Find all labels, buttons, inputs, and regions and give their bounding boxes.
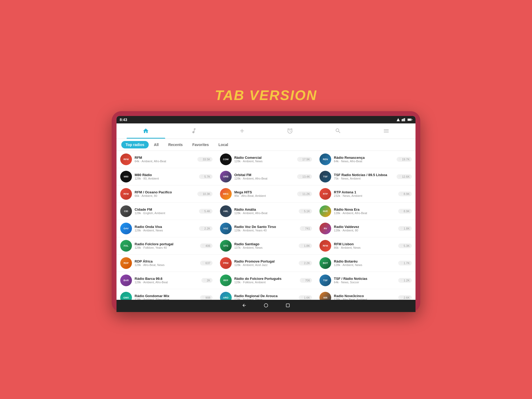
radio-item[interactable]: RFMRFM / Oceano Pacifico66k · Ambient, 8… xyxy=(117,185,216,203)
radio-item[interactable]: STGRadio Santiago137k · Ambient, News♡ 1… xyxy=(216,237,316,255)
radio-item[interactable]: RDPRDP África128k · Afro-Beat, News♡ 637 xyxy=(117,255,216,272)
nav-alarm[interactable] xyxy=(266,123,314,139)
radio-item[interactable]: MEGMega HITS95k · Afro-Beat, Ambient♡ 11… xyxy=(216,185,316,203)
radio-name: Radio Santiago xyxy=(234,242,296,246)
svg-rect-9 xyxy=(286,304,289,307)
tab-local[interactable]: Local xyxy=(214,141,232,148)
nav-add[interactable] xyxy=(218,123,266,139)
radio-item[interactable]: BOTRádio Botaréu128k · Ambient, News♡ 1.… xyxy=(316,255,415,272)
radio-logo: NVE xyxy=(319,205,331,217)
radio-name: RDP África xyxy=(135,259,197,263)
tab-recents[interactable]: Recents xyxy=(164,141,187,148)
svg-rect-6 xyxy=(408,119,411,120)
radio-logo: STG xyxy=(220,240,232,252)
radio-item[interactable]: TSFTSF / Rádio Notícias64k · News, Socce… xyxy=(316,272,415,289)
radio-item[interactable]: AMLRádio Amália128k · Ambient, Afro-Beat… xyxy=(216,203,316,220)
android-home[interactable] xyxy=(263,302,269,308)
radio-item[interactable]: RFMRFM Lisbon86k · Ambient, News♡ 5.3K xyxy=(316,237,415,255)
nav-bar xyxy=(117,123,415,139)
radio-item[interactable]: OAVRadio Onda Viva128k · Ambient, News♡ … xyxy=(117,220,216,237)
radio-likes[interactable]: ♡ 11.2K xyxy=(297,192,312,196)
radio-likes[interactable]: ♡ 2.2K xyxy=(299,261,312,265)
radio-item[interactable]: FOLRadio Folclore portugal128k · Folklor… xyxy=(117,237,216,255)
radio-item[interactable]: GMXRádio Gondomar Mix128k · Ambient, Alt… xyxy=(117,289,216,300)
radio-likes[interactable]: ♡ 1.8K xyxy=(398,226,412,231)
tabs-bar: Top radios All Recents Favorites Local xyxy=(117,139,415,151)
radio-likes[interactable]: ♡ 33.5K xyxy=(197,157,213,162)
radio-item[interactable]: COMRádio Comercial128k · Ambient, News♡ … xyxy=(216,151,316,168)
radio-logo: COM xyxy=(220,153,232,165)
radio-likes[interactable]: ♡ 12.6K xyxy=(397,174,412,179)
radio-likes[interactable]: ♡ 1.6K xyxy=(299,295,312,300)
radio-item[interactable]: M80M80 Rádio128k · 80, Ambient♡ 5.7K xyxy=(117,168,216,185)
radio-logo: FOL xyxy=(120,240,132,252)
nav-menu[interactable] xyxy=(362,123,410,139)
radio-desc: 64k · Ambient, Afro-Beat xyxy=(135,160,195,163)
android-recents[interactable] xyxy=(285,302,291,308)
radio-logo: AML xyxy=(220,205,232,217)
radio-name: Radio Promove Portugal xyxy=(234,259,296,263)
radio-name: Rádio Barca 99.6 xyxy=(135,277,199,281)
radio-likes[interactable]: ♡ 2.2K xyxy=(199,226,213,231)
radio-item[interactable]: RVRadio Valdevez128k · Ambient, 80♡ 1.8K xyxy=(316,220,415,237)
tab-all[interactable]: All xyxy=(150,141,163,148)
nav-music[interactable] xyxy=(170,123,218,139)
radio-logo: TSF xyxy=(319,275,331,286)
radio-item[interactable]: RFPRádio do Folciore Português128k · Fol… xyxy=(216,272,316,289)
radio-likes[interactable]: ♡ 17.9K xyxy=(297,157,312,162)
radio-item[interactable]: RTPRTP Antena 1232k · News, Ambient♡ 8.9… xyxy=(316,185,415,203)
radio-likes[interactable]: ♡ 5.1K xyxy=(299,209,312,214)
radio-item[interactable]: ARORadio Regional De Arouca128k · Ambien… xyxy=(216,289,316,300)
radio-name: RFM / Oceano Pacifico xyxy=(135,190,195,194)
radio-likes[interactable]: ♡ 5.3K xyxy=(398,243,412,248)
radio-likes[interactable]: ♡ 13.4K xyxy=(297,174,312,179)
nav-search[interactable] xyxy=(314,123,362,139)
radio-likes[interactable]: ♡ 1.7K xyxy=(398,261,412,265)
radio-likes[interactable]: ♡ 2.6K xyxy=(398,295,412,300)
radio-logo: RTP xyxy=(319,188,331,200)
radio-likes[interactable]: ♡ 10.3K xyxy=(197,192,213,196)
radio-likes[interactable]: ♡ 2K xyxy=(201,278,212,283)
radio-desc: 128k · Ambient, Afro-Beat xyxy=(334,211,396,215)
radio-name: Radio Onda Viva xyxy=(135,225,196,229)
tablet-device: 8:43 xyxy=(112,111,420,312)
radio-likes[interactable]: ♡ 908 xyxy=(200,295,212,300)
radio-desc: 128k · Ambient, Alternative xyxy=(135,298,197,300)
radio-likes[interactable]: ♡ 8.9K xyxy=(398,192,412,196)
android-back[interactable] xyxy=(241,302,247,308)
radio-item[interactable]: RENRádio Renascença64k · News, Afro-Beat… xyxy=(316,151,415,168)
radio-item[interactable]: ORBOrbital FM128k · Ambient, Afro-Beat♡ … xyxy=(216,168,316,185)
radio-likes[interactable]: ♡ 5.4K xyxy=(199,209,213,214)
radio-likes[interactable]: ♡ 5.7K xyxy=(199,174,213,179)
radio-likes[interactable]: ♡ 406 xyxy=(200,243,212,248)
radio-item[interactable]: 935Radio Nove3cinco128k · Afro-Beat, Amb… xyxy=(316,289,415,300)
radio-likes[interactable]: ♡ 1.2K xyxy=(398,278,412,283)
radio-name: Rádio do Folciore Português xyxy=(234,277,297,281)
radio-name: RFM xyxy=(135,156,195,160)
radio-item[interactable]: RFMRFM64k · Ambient, Afro-Beat♡ 33.5K xyxy=(117,151,216,168)
radio-name: Rádio Comercial xyxy=(234,156,294,160)
tab-top-radios[interactable]: Top radios xyxy=(121,141,149,148)
radio-desc: 128k · Ambient, Years 40 xyxy=(234,229,297,232)
radio-likes[interactable]: ♡ 1.8K xyxy=(299,243,312,248)
radio-likes[interactable]: ♡ 706 xyxy=(300,278,312,283)
radio-logo: RFM xyxy=(120,188,132,200)
tab-favorites[interactable]: Favorites xyxy=(188,141,213,148)
radio-logo: ARO xyxy=(220,292,232,300)
radio-name: M80 Rádio xyxy=(135,173,196,177)
radio-item[interactable]: VOZRadio Voz De Santo Tirso128k · Ambien… xyxy=(216,220,316,237)
radio-likes[interactable]: ♡ 637 xyxy=(200,261,212,265)
radio-item[interactable]: PRMRadio Promove Portugal128k · Ambient,… xyxy=(216,255,316,272)
radio-likes[interactable]: ♡ 741 xyxy=(300,226,312,231)
radio-name: Orbital FM xyxy=(234,173,294,177)
radio-item[interactable]: NVERádio Nova Era128k · Ambient, Afro-Be… xyxy=(316,203,415,220)
radio-likes[interactable]: ♡ 8.9K xyxy=(398,209,412,214)
svg-marker-0 xyxy=(397,118,400,121)
radio-desc: 64k · News, Afro-Beat xyxy=(334,160,394,163)
radio-likes[interactable]: ♡ 19.7K xyxy=(397,157,412,162)
radio-desc: 86k · Ambient, News xyxy=(334,246,396,249)
radio-item[interactable]: TSFTSF Radio Noticias / 89.5 Lisboa75k ·… xyxy=(316,168,415,185)
nav-home[interactable] xyxy=(122,123,170,139)
radio-item[interactable]: BARRádio Barca 99.6128k · Ambient, Afro-… xyxy=(117,272,216,289)
radio-item[interactable]: CIDCidade FM128k · English, Ambient♡ 5.4… xyxy=(117,203,216,220)
